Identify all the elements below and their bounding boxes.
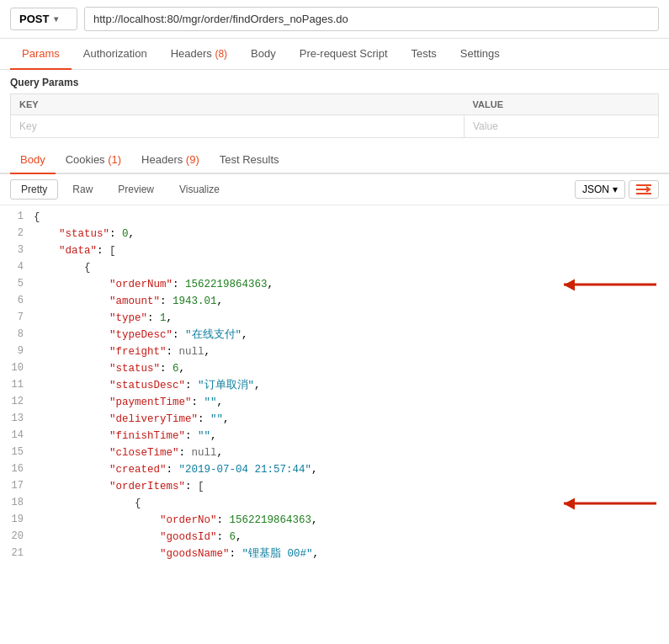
query-params-title: Query Params bbox=[10, 77, 659, 88]
tab-params[interactable]: Params bbox=[10, 39, 72, 70]
resp-tab-test-results[interactable]: Test Results bbox=[210, 146, 289, 173]
params-table: KEY VALUE Key Value bbox=[10, 93, 659, 138]
value-cell[interactable]: Value bbox=[465, 115, 659, 138]
line-number: 11 bbox=[0, 377, 34, 393]
json-line: 1{ bbox=[0, 209, 669, 226]
line-content: "finishTime": "", bbox=[34, 428, 669, 444]
request-tabs: Params Authorization Headers (8) Body Pr… bbox=[0, 39, 669, 70]
red-arrow-annotation-2 bbox=[564, 503, 656, 505]
line-content: "closeTime": null, bbox=[34, 444, 669, 461]
line-number: 17 bbox=[0, 478, 34, 494]
json-line: 7 "type": 1, bbox=[0, 310, 669, 327]
col-value-header: VALUE bbox=[465, 94, 659, 115]
json-line: 8 "typeDesc": "在线支付", bbox=[0, 327, 669, 343]
tab-headers[interactable]: Headers (8) bbox=[159, 39, 239, 70]
json-line: 5 "orderNum": 1562219864363, bbox=[0, 276, 669, 293]
line-content: "orderItems": [ bbox=[34, 478, 669, 495]
json-content[interactable]: 1{2 "status": 0,3 "data": [4 {5 "orderNu… bbox=[0, 205, 669, 566]
view-visualize-button[interactable]: Visualize bbox=[168, 179, 231, 200]
line-content: "status": 0, bbox=[34, 226, 669, 242]
json-line: 13 "deliveryTime": "", bbox=[0, 411, 669, 428]
json-content-wrapper: 1{2 "status": 0,3 "data": [4 {5 "orderNu… bbox=[0, 205, 669, 566]
arrow-head-left-2 bbox=[564, 498, 575, 509]
line-number: 13 bbox=[0, 411, 34, 427]
line-number: 19 bbox=[0, 512, 34, 528]
arrow-head-left bbox=[564, 279, 575, 290]
line-content: "paymentTime": "", bbox=[34, 394, 669, 411]
line-number: 5 bbox=[0, 276, 34, 292]
view-preview-button[interactable]: Preview bbox=[107, 179, 165, 200]
response-tabs: Body Cookies (1) Headers (9) Test Result… bbox=[0, 146, 669, 174]
line-number: 6 bbox=[0, 293, 34, 309]
json-line: 20 "goodsId": 6, bbox=[0, 529, 669, 546]
table-row: Key Value bbox=[11, 115, 659, 138]
resp-tab-headers[interactable]: Headers (9) bbox=[131, 146, 210, 173]
json-line: 12 "paymentTime": "", bbox=[0, 394, 669, 411]
tab-authorization[interactable]: Authorization bbox=[72, 39, 159, 70]
json-line: 16 "created": "2019-07-04 21:57:44", bbox=[0, 461, 669, 478]
line-content: "typeDesc": "在线支付", bbox=[34, 327, 669, 343]
url-input[interactable] bbox=[84, 7, 659, 31]
line-number: 14 bbox=[0, 428, 34, 444]
line-number: 15 bbox=[0, 444, 34, 460]
line-number: 7 bbox=[0, 310, 34, 326]
json-line: 11 "statusDesc": "订单取消", bbox=[0, 377, 669, 394]
red-arrow-annotation bbox=[564, 284, 656, 286]
method-label: POST bbox=[19, 13, 49, 25]
method-select[interactable]: POST ▾ bbox=[10, 8, 77, 30]
tab-settings[interactable]: Settings bbox=[449, 39, 512, 70]
wrap-button[interactable] bbox=[629, 180, 659, 199]
tab-pre-request-script[interactable]: Pre-request Script bbox=[288, 39, 400, 70]
resp-tab-cookies[interactable]: Cookies (1) bbox=[56, 146, 131, 173]
format-select[interactable]: JSON ▾ bbox=[575, 180, 625, 199]
line-content: "goodsName": "锂基脂 00#", bbox=[34, 546, 669, 562]
line-content: "amount": 1943.01, bbox=[34, 293, 669, 310]
query-params-section: Query Params KEY VALUE Key Value bbox=[0, 70, 669, 145]
line-number: 20 bbox=[0, 529, 34, 545]
line-content: "type": 1, bbox=[34, 310, 669, 327]
format-label: JSON bbox=[582, 184, 609, 195]
line-number: 3 bbox=[0, 242, 34, 258]
line-content: "orderNo": 1562219864363, bbox=[34, 512, 669, 529]
key-cell[interactable]: Key bbox=[11, 115, 465, 138]
line-number: 21 bbox=[0, 546, 34, 562]
chevron-down-icon: ▾ bbox=[54, 14, 58, 24]
line-content: "status": 6, bbox=[34, 360, 669, 377]
line-content: { bbox=[34, 209, 669, 226]
json-line: 6 "amount": 1943.01, bbox=[0, 293, 669, 310]
line-number: 2 bbox=[0, 226, 34, 242]
json-line: 14 "finishTime": "", bbox=[0, 428, 669, 444]
json-line: 9 "freight": null, bbox=[0, 343, 669, 360]
resp-tab-body[interactable]: Body bbox=[10, 146, 56, 174]
view-pretty-button[interactable]: Pretty bbox=[10, 179, 58, 200]
json-line: 2 "status": 0, bbox=[0, 226, 669, 242]
view-raw-button[interactable]: Raw bbox=[61, 179, 104, 200]
line-number: 12 bbox=[0, 394, 34, 410]
tab-tests[interactable]: Tests bbox=[400, 39, 449, 70]
line-content: "goodsId": 6, bbox=[34, 529, 669, 546]
line-number: 9 bbox=[0, 343, 34, 359]
col-key-header: KEY bbox=[11, 94, 465, 115]
arrow-tail bbox=[564, 284, 656, 286]
json-line: 21 "goodsName": "锂基脂 00#", bbox=[0, 546, 669, 562]
line-content: { bbox=[34, 259, 669, 276]
line-number: 8 bbox=[0, 327, 34, 343]
json-line: 18 { bbox=[0, 495, 669, 512]
line-content: "deliveryTime": "", bbox=[34, 411, 669, 428]
arrow-tail-2 bbox=[564, 503, 656, 505]
line-number: 16 bbox=[0, 461, 34, 477]
line-number: 10 bbox=[0, 360, 34, 376]
json-line: 3 "data": [ bbox=[0, 242, 669, 259]
json-line: 19 "orderNo": 1562219864363, bbox=[0, 512, 669, 529]
line-content: "created": "2019-07-04 21:57:44", bbox=[34, 461, 669, 478]
line-content: "freight": null, bbox=[34, 343, 669, 360]
json-line: 4 { bbox=[0, 259, 669, 276]
line-number: 18 bbox=[0, 495, 34, 511]
tab-body[interactable]: Body bbox=[239, 39, 288, 70]
json-line: 10 "status": 6, bbox=[0, 360, 669, 377]
line-content: "statusDesc": "订单取消", bbox=[34, 377, 669, 394]
format-chevron-icon: ▾ bbox=[613, 184, 618, 195]
resp-toolbar: Pretty Raw Preview Visualize JSON ▾ bbox=[0, 174, 669, 205]
url-bar: POST ▾ bbox=[0, 0, 669, 39]
line-content: "data": [ bbox=[34, 242, 669, 259]
